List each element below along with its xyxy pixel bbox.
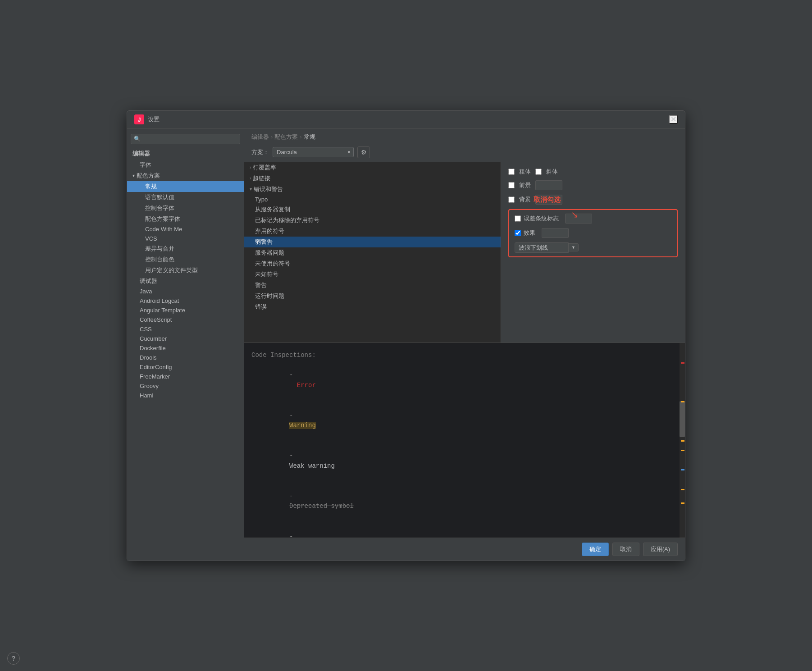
error-stripe-checkbox[interactable] — [515, 215, 521, 222]
search-bar[interactable]: 🔍 — [131, 134, 240, 144]
tree-item-label: 服务器问题 — [255, 249, 284, 257]
background-color-swatch[interactable] — [535, 195, 562, 205]
sidebar-item-dockerfile[interactable]: Dockerfile — [127, 343, 244, 353]
sidebar-item-freemarker[interactable]: FreeMarker — [127, 372, 244, 381]
sidebar-item-editorconfig[interactable]: EditorConfig — [127, 362, 244, 372]
breadcrumb-part3: 常规 — [304, 133, 315, 141]
chevron-down-icon: ▾ — [250, 187, 252, 192]
sidebar-item-scheme-font[interactable]: 配色方案字体 — [127, 214, 244, 224]
italic-checkbox[interactable] — [535, 169, 542, 175]
scroll-indicator-warning2 — [681, 440, 684, 442]
sidebar-item-haml[interactable]: Haml — [127, 391, 244, 400]
cancel-button[interactable]: 取消 — [612, 543, 639, 556]
sidebar-item-groovy[interactable]: Groovy — [127, 381, 244, 391]
scrollbar-thumb[interactable] — [680, 401, 685, 437]
tree-item-runtime[interactable]: 运行时问题 — [244, 291, 501, 301]
sidebar-item-debugger[interactable]: 调试器 — [127, 276, 244, 287]
search-icon: 🔍 — [134, 136, 141, 142]
wave-dropdown-button[interactable]: ▼ — [569, 243, 579, 251]
tree-item-label: 错误和警告 — [254, 185, 283, 193]
background-row: 背景 — [508, 195, 678, 205]
settings-dialog: J 设置 ✕ 🔍 编辑器 字体 ▾ 配色方案 常规 语言默认值 控制台字体 配色… — [127, 110, 685, 561]
scroll-indicator-warning1 — [681, 401, 684, 402]
sidebar-item-general[interactable]: 常规 — [127, 181, 244, 192]
tree-item-label: 未知符号 — [255, 270, 278, 278]
foreground-color-swatch[interactable] — [535, 180, 562, 190]
tree-item-label: Typo — [255, 196, 268, 203]
sidebar-item-java[interactable]: Java — [127, 287, 244, 296]
effect-checkbox[interactable] — [515, 230, 521, 236]
preview-line-weak: - Weak warning — [251, 441, 678, 481]
background-checkbox[interactable] — [508, 196, 515, 203]
tree-item-label: 弱警告 — [255, 238, 273, 246]
sidebar-item-angular-template[interactable]: Angular Template — [127, 306, 244, 315]
sidebar-item-font[interactable]: 字体 — [127, 160, 244, 170]
sidebar-item-user-file-types[interactable]: 用户定义的文件类型 — [127, 265, 244, 276]
sidebar-group-color-scheme[interactable]: ▾ 配色方案 — [127, 170, 244, 181]
search-input[interactable] — [142, 136, 237, 142]
bottom-bar: 确定 取消 应用(A) — [244, 538, 685, 561]
ok-button[interactable]: 确定 — [582, 543, 609, 556]
tree-item-server-issue[interactable]: 服务器问题 — [244, 247, 501, 258]
scheme-gear-button[interactable]: ⚙ — [357, 146, 370, 158]
help-button[interactable]: ? — [7, 652, 20, 665]
sidebar-item-console-font[interactable]: 控制台字体 — [127, 203, 244, 214]
preview-warning-text: Warning — [289, 422, 316, 429]
bold-italic-row: 粗体 斜体 — [508, 168, 678, 176]
tree-item-errors-warnings[interactable]: ▾ 错误和警告 — [244, 184, 501, 195]
scroll-indicator-warning4 — [681, 489, 684, 490]
sidebar-item-console-color[interactable]: 控制台颜色 — [127, 254, 244, 265]
tree-item-label: 错误 — [255, 303, 267, 311]
preview-line-error: - Error — [251, 360, 678, 401]
sidebar-item-cucumber[interactable]: Cucumber — [127, 334, 244, 343]
tree-item-label: 已标记为移除的弃用符号 — [255, 216, 319, 224]
bold-checkbox[interactable] — [508, 169, 515, 175]
tree-item-duplicate-server[interactable]: 从服务器复制 — [244, 204, 501, 215]
sidebar-item-drools[interactable]: Drools — [127, 353, 244, 362]
apply-button[interactable]: 应用(A) — [643, 543, 678, 556]
wave-underline-select[interactable]: 波浪下划线 — [515, 242, 569, 253]
breadcrumb-sep2: › — [300, 133, 301, 140]
tree-item-error[interactable]: 错误 — [244, 301, 501, 312]
tree-item-deprecated[interactable]: 弃用的符号 — [244, 226, 501, 237]
title-bar-left: J 设置 — [134, 114, 160, 124]
sidebar-item-code-with-me[interactable]: Code With Me — [127, 224, 244, 234]
foreground-checkbox[interactable] — [508, 182, 515, 188]
sidebar-item-android-logcat[interactable]: Android Logcat — [127, 296, 244, 306]
sidebar-item-css[interactable]: CSS — [127, 324, 244, 334]
sidebar-group-label: 配色方案 — [137, 172, 160, 180]
scroll-indicator-warning3 — [681, 450, 684, 451]
error-stripe-color-swatch[interactable] — [565, 214, 592, 224]
tree-item-weak-warning[interactable]: 弱警告 — [244, 237, 501, 247]
breadcrumb-part1: 编辑器 — [251, 133, 269, 141]
scrollbar-track[interactable] — [680, 343, 685, 538]
tree-item-unknown-symbol[interactable]: 未知符号 — [244, 269, 501, 280]
effect-color-swatch[interactable] — [542, 228, 569, 238]
chevron-right-icon: › — [250, 176, 251, 181]
scheme-select[interactable]: Darcula Default High contrast — [273, 147, 354, 157]
scroll-indicator-info — [681, 469, 684, 470]
preview-line-deprecated: - Deprecated symbol — [251, 481, 678, 522]
sidebar-item-lang-default[interactable]: 语言默认值 — [127, 192, 244, 203]
tree-item-unused-symbol[interactable]: 未使用的符号 — [244, 258, 501, 269]
tree-item-typo[interactable]: Typo — [244, 195, 501, 204]
sidebar-item-coffeescript[interactable]: CoffeeScript — [127, 315, 244, 324]
chevron-right-icon: › — [250, 165, 251, 170]
sidebar-item-vcs[interactable]: VCS — [127, 234, 244, 243]
sidebar: 🔍 编辑器 字体 ▾ 配色方案 常规 语言默认值 控制台字体 配色方案字体 Co… — [127, 128, 244, 561]
bold-label: 粗体 — [519, 168, 531, 176]
tree-item-deprecated-removal[interactable]: 已标记为移除的弃用符号 — [244, 215, 501, 226]
error-stripe-row: 误差条纹标志 — [515, 214, 671, 224]
split-area: › 行覆盖率 › 超链接 ▾ 错误和警告 Typo 从服 — [244, 162, 685, 342]
close-button[interactable]: ✕ — [669, 115, 678, 124]
background-label: 背景 — [519, 196, 531, 204]
tree-item-hyperlink[interactable]: › 超链接 — [244, 173, 501, 184]
tree-item-coverage[interactable]: › 行覆盖率 — [244, 162, 501, 173]
sidebar-item-diff-merge[interactable]: 差异与合并 — [127, 243, 244, 254]
tree-item-label: 未使用的符号 — [255, 260, 290, 268]
preview-line-warning: - Warning — [251, 400, 678, 441]
annotation-container: 取消勾选 ↘ 误差条纹标志 效 — [508, 209, 678, 257]
wave-dropdown-wrapper: 波浪下划线 ▼ — [515, 242, 671, 253]
tree-item-warning[interactable]: 警告 — [244, 280, 501, 291]
breadcrumb-sep1: › — [271, 133, 273, 140]
